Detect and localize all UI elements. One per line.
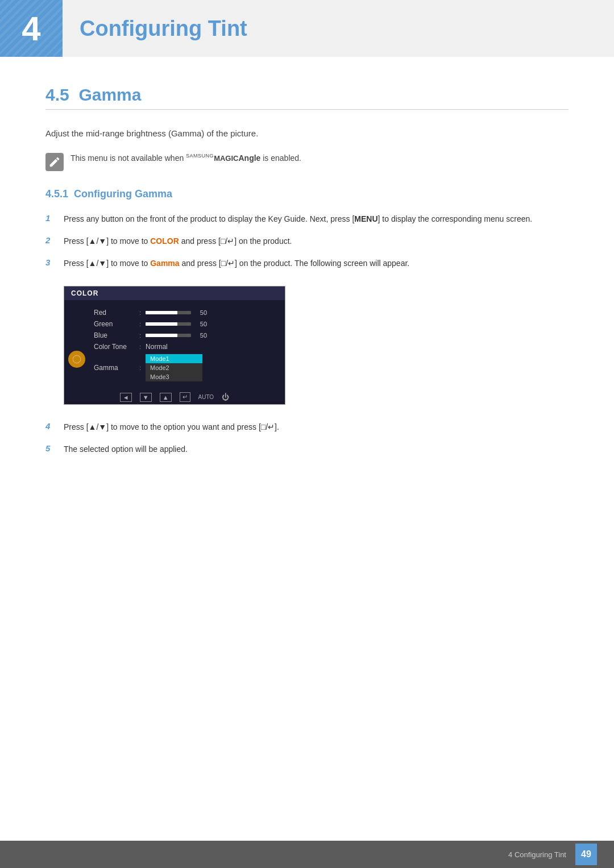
step-number: 5 [45, 443, 56, 453]
step-text: Press [▲/▼] to move to the option you wa… [64, 421, 279, 434]
step-1: 1 Press any button on the front of the p… [45, 213, 569, 226]
step-number: 4 [45, 421, 56, 431]
step-3: 3 Press [▲/▼] to move to Gamma and press… [45, 257, 569, 270]
note-icon [45, 153, 64, 171]
section-description: Adjust the mid-range brightness (Gamma) … [45, 127, 569, 140]
toolbar-enter-btn: ↵ [180, 392, 190, 402]
page-footer: 4 Configuring Tint 49 [0, 841, 614, 868]
menu-screenshot: COLOR Red : [64, 286, 285, 405]
subsection-title: 4.5.1 Configuring Gamma [45, 188, 569, 200]
chapter-title-block: Configuring Tint [63, 0, 614, 57]
gamma-option-mode2: Mode2 [146, 363, 202, 372]
step-5: 5 The selected option will be applied. [45, 443, 569, 456]
steps-list-2: 4 Press [▲/▼] to move to the option you … [45, 421, 569, 456]
step-number: 1 [45, 213, 56, 223]
note-text: This menu is not available when SAMSUNGM… [70, 152, 301, 165]
step-2: 2 Press [▲/▼] to move to COLOR and press… [45, 235, 569, 248]
main-content: 4.5 Gamma Adjust the mid-range brightnes… [0, 57, 614, 517]
menu-left-icons [64, 307, 89, 383]
section-title: 4.5 Gamma [45, 85, 569, 110]
menu-row-green: Green : 50 [89, 318, 279, 330]
step-text: Press [▲/▼] to move to COLOR and press [… [64, 235, 292, 248]
green-slider [146, 322, 191, 326]
menu-row-gamma: Gamma : Mode1 Mode2 Mode3 [89, 352, 279, 383]
toolbar-left-btn: ◄ [120, 393, 132, 402]
step-number: 3 [45, 257, 56, 267]
menu-toolbar: ◄ ▼ ▲ ↵ AUTO ⏻ [64, 390, 285, 404]
step-text: The selected option will be applied. [64, 443, 188, 456]
chapter-header: 4 Configuring Tint [0, 0, 614, 57]
menu-body: Red : 50 Green : [64, 300, 285, 390]
blue-slider [146, 334, 191, 337]
menu-header-label: COLOR [64, 286, 285, 300]
chapter-number: 4 [22, 9, 40, 48]
gamma-dropdown: Mode1 Mode2 Mode3 [146, 354, 202, 381]
menu-rows: Red : 50 Green : [89, 307, 285, 383]
menu-row-blue: Blue : 50 [89, 330, 279, 341]
auto-label: AUTO [198, 394, 214, 400]
step-text: Press any button on the front of the pro… [64, 213, 532, 226]
gamma-option-mode3: Mode3 [146, 372, 202, 381]
chapter-number-block: 4 [0, 0, 63, 57]
step-number: 2 [45, 235, 56, 245]
toolbar-down-btn: ▼ [140, 393, 152, 402]
gamma-option-mode1: Mode1 [146, 354, 202, 363]
note-box: This menu is not available when SAMSUNGM… [45, 152, 569, 171]
pencil-icon [48, 156, 61, 168]
page-number: 49 [575, 844, 597, 865]
menu-row-red: Red : 50 [89, 307, 279, 318]
footer-text: 4 Configuring Tint [508, 850, 566, 859]
toolbar-power-btn: ⏻ [222, 393, 229, 401]
color-wheel-icon [72, 354, 82, 364]
red-slider [146, 311, 191, 314]
menu-row-colortone: Color Tone : Normal [89, 341, 279, 352]
toolbar-up-btn: ▲ [160, 393, 172, 402]
step-4: 4 Press [▲/▼] to move to the option you … [45, 421, 569, 434]
chapter-title: Configuring Tint [80, 16, 247, 41]
step-text: Press [▲/▼] to move to Gamma and press [… [64, 257, 409, 270]
steps-list: 1 Press any button on the front of the p… [45, 213, 569, 270]
